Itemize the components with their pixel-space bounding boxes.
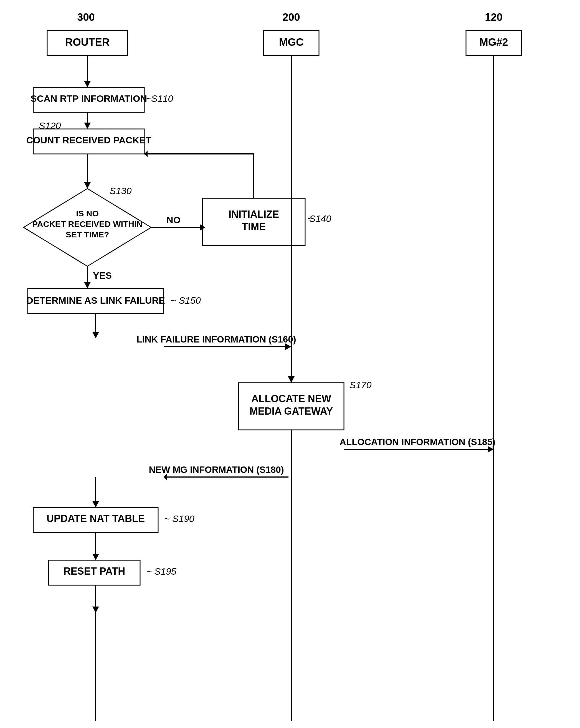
update-nat-label: UPDATE NAT TABLE [47,513,145,524]
new-mg-info-label: NEW MG INFORMATION (S180) [149,465,284,475]
init-time-label1: INITIALIZE [229,209,279,220]
reset-path-label: RESET PATH [64,566,125,577]
s170-label: S170 [350,380,372,390]
init-time-label2: TIME [242,221,266,232]
link-failure-label: DETERMINE AS LINK FAILURE [26,295,165,306]
allocate-gw-label2: MEDIA GATEWAY [250,406,333,417]
diamond-line1: IS NO [76,209,99,218]
router-ref: 300 [77,11,95,23]
s150-label: ~ S150 [171,295,201,306]
mg2-ref: 120 [485,11,502,23]
link-failure-info-label: LINK FAILURE INFORMATION (S160) [136,334,296,344]
svg-text:~: ~ [307,213,313,224]
no-label: NO [167,215,181,225]
svg-text:~: ~ [146,93,152,104]
s190-label: ~ S190 [164,513,195,524]
mg2-label: MG#2 [479,36,508,48]
router-label: ROUTER [65,36,109,48]
allocate-gw-label1: ALLOCATE NEW [251,393,331,405]
diamond-line3: SET TIME? [66,230,109,239]
mgc-label: MGC [279,36,304,48]
s195-label: ~ S195 [146,566,176,577]
alloc-info-label: ALLOCATION INFORMATION (S185) [339,437,496,447]
mgc-ref: 200 [282,11,300,23]
scan-rtp-label: SCAN RTP INFORMATION [30,93,147,104]
count-packet-label: COUNT RECEIVED PACKET [26,135,151,145]
s110-label: S110 [151,93,173,104]
yes-label: YES [93,270,112,281]
diamond-line2: PACKET RECEIVED WITHIN [32,219,143,229]
s130-label: S130 [109,185,131,196]
